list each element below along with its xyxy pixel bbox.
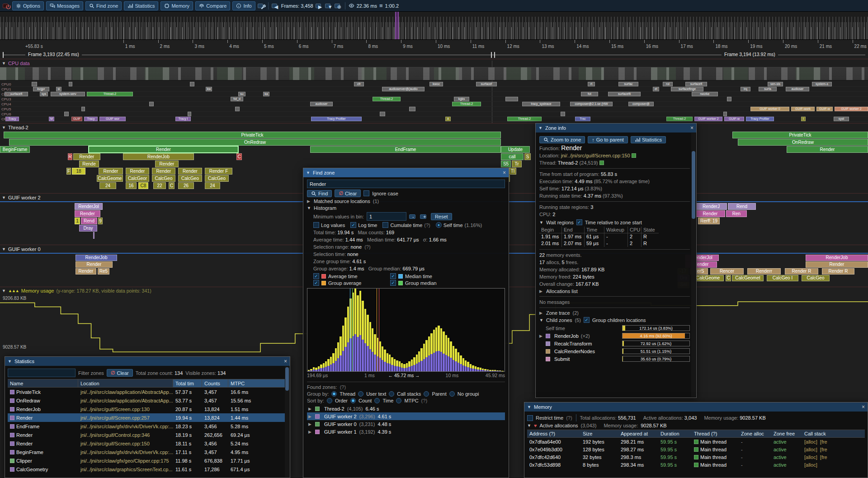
zone-render-r[interactable]: Render R [785,268,818,274]
zone-calcgeo[interactable]: CalcGeo [205,175,229,182]
allocation-address[interactable]: 0x7dfc53d898 [527,462,580,468]
statistics-row[interactable]: Renderjni/../jni/src/guif/Screen.cpp:257… [8,413,287,422]
frame-dropdown-button[interactable]: ▼ [325,4,330,8]
cpu-zone-tracy[interactable]: Tracy [84,117,98,121]
cpu-zone-surfac[interactable]: surfac [618,82,638,86]
options-button[interactable]: Options [12,1,44,10]
zone-tr[interactable]: Tr [512,161,522,167]
statistics-row[interactable]: CalcGeometryjni/../jni/src/claw/graphics… [8,465,287,473]
column-header-duration[interactable]: Duration [658,431,692,436]
cpu-zone-surfacefinge[interactable]: surfacefinge [671,87,703,91]
decrement-button[interactable]: - [409,214,415,219]
no-groupi-radio[interactable] [449,391,455,397]
statistics-titlebar[interactable]: ▼ Statistics × [5,357,290,366]
memory-titlebar[interactable]: ▼ Memory × [524,402,868,412]
zone-render[interactable]: Render [806,261,868,268]
call-stack-links[interactable]: [alloc] [fre [802,439,865,445]
cpu-zone-thread-2[interactable]: Thread-2 [452,102,481,106]
cpu-zone[interactable] [723,112,727,116]
zone-rend[interactable]: Rend [81,218,97,224]
zone-rende[interactable]: Rende [79,161,99,167]
goto-frame-button[interactable]: ⊕ [335,4,340,8]
expand-icon[interactable]: ▶ [539,311,543,315]
cpu-zone-guif-work[interactable]: GUIF-work [791,107,815,111]
cpu-zone-composer-2-1-se-hw[interactable]: composer@2.1-se (HW [570,102,613,106]
column-header-name[interactable]: Name [8,379,78,387]
column-header-call-stack[interactable]: Call stack [802,431,865,436]
cpu-zone-si[interactable]: si [56,87,61,91]
clear-filter-button[interactable]: ∅Clear [107,369,133,377]
zone-render-r[interactable]: Render R [822,268,854,274]
collapse-icon[interactable]: ▼ [2,289,6,293]
log-time-checkbox[interactable]: ✓ [350,222,356,228]
call-stack-links[interactable]: [alloc] [fre [802,454,865,460]
cpu-zone-surfacef[interactable]: surfacef [476,82,497,86]
frame-label[interactable]: Frame 3,193 (22.45 ms) [25,52,82,57]
zone-render[interactable]: Render [73,153,100,160]
zone-calcgeor[interactable]: CalcGeor [126,175,149,182]
allocation-row[interactable]: 0x7dfc42d64032 bytes298.3 ms59.95 sMain … [527,453,865,461]
column-header-zone-alloc[interactable]: Zone alloc [739,431,771,436]
cpu-zone-syst[interactable]: syst [834,117,849,121]
cpu-zone-surfa[interactable]: surfa [759,87,777,91]
allocation-row[interactable]: 0x7dfc53d8988 bytes298.34 ms59.95 sMain … [527,461,865,469]
parent-radio[interactable] [424,391,429,397]
allocation-appeared[interactable]: 298.21 ms [618,439,658,445]
allocation-appeared[interactable]: 298.3 ms [618,454,658,460]
zone-calcgeome[interactable]: CalcGeome [692,275,724,281]
child-zones-label[interactable]: Child zones [546,317,572,323]
time-relative-checkbox[interactable]: ✓ [576,219,582,225]
cpu-zone-tracy-i[interactable]: Tracy I [175,117,191,121]
column-header-thread[interactable]: Thread (?) [692,431,739,436]
expand-icon[interactable]: ▶ [308,414,312,419]
histogram-label[interactable]: Histogram [314,205,336,211]
zone-render[interactable]: Render [75,261,113,268]
cpu-zone-rt[interactable]: rt [588,82,595,86]
thread-name[interactable]: Thread-2 [558,160,578,166]
info-button[interactable]: Info [232,1,255,10]
median-time-checkbox[interactable]: ✓ [390,273,396,279]
zone-onredraw[interactable]: OnRedraw [9,139,501,146]
find-zone-button[interactable]: Find zone [85,1,122,10]
zone-c8[interactable]: C8 [138,182,148,189]
clear-button[interactable]: ∅Clear [335,189,361,197]
zone-onredraw[interactable]: OnRedraw [738,139,868,146]
power-button[interactable] [3,4,8,8]
statistics-button[interactable]: Statistics [631,136,666,143]
column-header-appeared-at[interactable]: Appeared at [618,431,658,436]
statistics-row[interactable]: Clipperjni/../jni/src/claw/gfx/geo/Clipp… [8,456,287,465]
zone-dray[interactable]: Dray [79,225,97,232]
collapse-icon[interactable]: ▼ [2,61,6,66]
allocation-address[interactable]: 0x7dfaa64e00 [527,439,580,445]
collapse-icon[interactable]: ▼ [307,206,311,210]
zone-r[interactable]: R [68,153,72,160]
cpu-zone-audioserver-audio[interactable]: audioserver@(audio [382,87,425,91]
cpu-zone[interactable] [409,107,415,111]
find-zone-histogram[interactable] [307,288,505,372]
cpu-zone-ka[interactable]: ka [263,92,269,96]
collapse-icon[interactable]: ▼ [306,170,310,175]
cpu-zone-guif-worker-0[interactable]: GUIF worker 0 [750,107,789,111]
statistics-button[interactable]: Statistics [124,1,158,10]
increment-button[interactable]: + [420,214,426,219]
cpu-zone-guif-worker-2[interactable]: GUIF worker 2 [835,107,868,111]
cpu-zone-system-serv[interactable]: system-serv [51,92,85,96]
zone-info-titlebar[interactable]: ▼ Zone info × [536,123,696,133]
found-zone-group-thread-2[interactable]: ▶Thread-2(4,105)6.46 s [307,405,505,412]
found-zone-group-guif-worker-0[interactable]: ▶GUIF worker 0(3,231)4.48 s [307,420,505,428]
zone-calcgeo-i[interactable]: CalcGeo I [767,275,798,281]
cpu-zone-guif-w[interactable]: GUIF-w [724,117,744,121]
close-icon[interactable]: × [862,404,865,410]
cpu-zone[interactable] [190,82,194,86]
allocation-address[interactable]: 0x7e049b3d00 [527,447,580,452]
mtpc-radio[interactable] [396,398,401,403]
collapse-icon[interactable]: ▼ [2,195,6,200]
zone-render[interactable]: Render [75,210,100,217]
statistics-row[interactable]: Renderjni/../jni/src/guif/Control.cpp:34… [8,431,287,439]
cpu-zone-guif-w[interactable]: GUIF-w [816,107,833,111]
call-stack-links[interactable]: [alloc] [802,462,865,468]
current-frame-marker[interactable] [395,12,399,39]
child-zone-row-self-time[interactable]: Self time172.14 us (3.83%) [539,324,690,332]
column-header-size[interactable]: Size [580,431,618,436]
cpu-zone-fot-d[interactable]: fot_d [231,97,243,101]
